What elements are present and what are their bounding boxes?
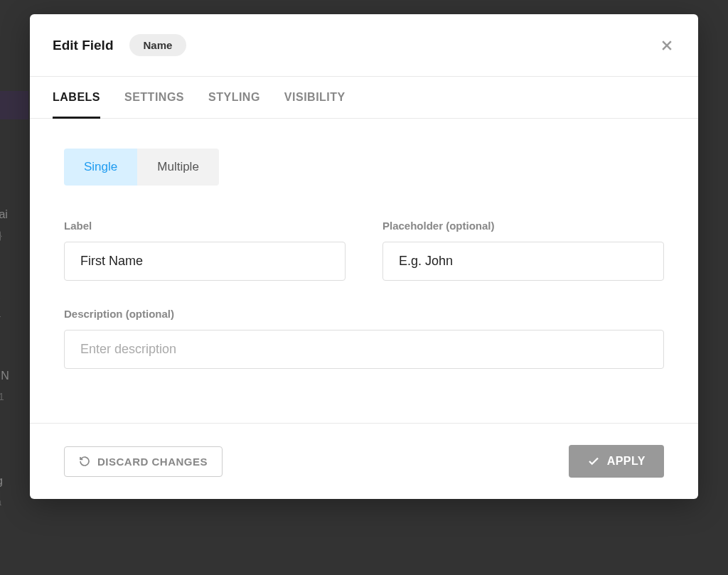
check-icon bbox=[587, 455, 600, 468]
placeholder-input[interactable] bbox=[382, 242, 664, 281]
apply-label: APPLY bbox=[607, 455, 646, 468]
placeholder-group: Placeholder (optional) bbox=[382, 220, 664, 281]
discard-button[interactable]: DISCARD CHANGES bbox=[64, 446, 223, 477]
discard-label: DISCARD CHANGES bbox=[97, 456, 208, 468]
apply-button[interactable]: APPLY bbox=[569, 445, 664, 478]
tab-settings[interactable]: SETTINGS bbox=[124, 77, 184, 119]
modal-title: Edit Field bbox=[53, 38, 114, 53]
tabs: LABELS SETTINGS STYLING VISIBILITY bbox=[30, 77, 698, 119]
edit-field-modal: Edit Field Name LABELS SETTINGS STYLING … bbox=[30, 14, 698, 499]
description-input[interactable] bbox=[64, 330, 664, 369]
undo-icon bbox=[79, 456, 90, 467]
description-caption: Description (optional) bbox=[64, 308, 664, 320]
close-button[interactable] bbox=[658, 37, 675, 54]
tab-labels[interactable]: LABELS bbox=[53, 77, 100, 119]
placeholder-caption: Placeholder (optional) bbox=[382, 220, 664, 232]
toggle-single[interactable]: Single bbox=[64, 149, 137, 186]
label-input[interactable] bbox=[64, 242, 346, 281]
bg-field-sub: tarea bbox=[0, 496, 1, 507]
bg-sidebar-active-item bbox=[0, 91, 28, 119]
description-group: Description (optional) bbox=[64, 308, 664, 369]
tab-styling[interactable]: STYLING bbox=[208, 77, 260, 119]
form-row: Description (optional) bbox=[64, 308, 664, 369]
label-group: Label bbox=[64, 220, 346, 281]
bg-field-sub: ail-1} bbox=[0, 310, 1, 321]
form-row: Label Placeholder (optional) bbox=[64, 220, 664, 281]
bg-field-title: one N bbox=[0, 370, 9, 382]
close-icon bbox=[660, 38, 674, 53]
bg-field-sub: ne-1} bbox=[0, 230, 2, 241]
tab-visibility[interactable]: VISIBILITY bbox=[284, 77, 346, 119]
modal-header: Edit Field Name bbox=[30, 14, 698, 77]
bg-field-title: ssag bbox=[0, 475, 3, 488]
bg-field-sub: one-1 bbox=[0, 391, 4, 402]
label-caption: Label bbox=[64, 220, 346, 232]
label-mode-toggle: Single Multiple bbox=[64, 149, 219, 186]
modal-footer: DISCARD CHANGES APPLY bbox=[30, 423, 698, 499]
modal-body: Single Multiple Label Placeholder (optio… bbox=[30, 119, 698, 423]
toggle-multiple[interactable]: Multiple bbox=[137, 149, 219, 186]
bg-field-title: st Nai bbox=[0, 208, 8, 221]
field-type-chip: Name bbox=[129, 34, 187, 56]
